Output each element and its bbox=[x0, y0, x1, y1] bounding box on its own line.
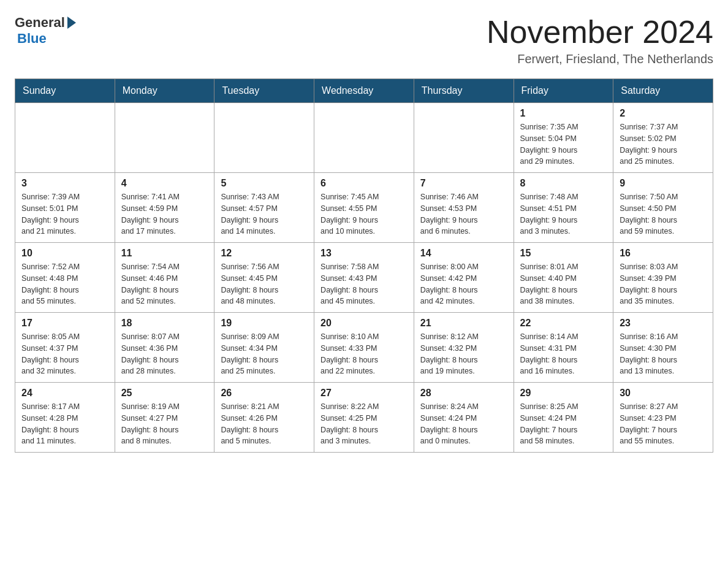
day-info: Sunrise: 7:39 AM Sunset: 5:01 PM Dayligh… bbox=[21, 191, 108, 237]
day-info: Sunrise: 8:03 AM Sunset: 4:39 PM Dayligh… bbox=[620, 261, 707, 307]
calendar-cell: 13Sunrise: 7:58 AM Sunset: 4:43 PM Dayli… bbox=[314, 243, 414, 313]
calendar-cell: 16Sunrise: 8:03 AM Sunset: 4:39 PM Dayli… bbox=[613, 243, 713, 313]
day-info: Sunrise: 7:45 AM Sunset: 4:55 PM Dayligh… bbox=[320, 191, 408, 237]
day-number: 20 bbox=[320, 318, 408, 329]
calendar-day-header: Tuesday bbox=[214, 79, 314, 103]
calendar-cell bbox=[314, 103, 414, 173]
day-info: Sunrise: 7:35 AM Sunset: 5:04 PM Dayligh… bbox=[520, 121, 607, 167]
day-number: 2 bbox=[620, 108, 707, 119]
day-info: Sunrise: 8:05 AM Sunset: 4:37 PM Dayligh… bbox=[21, 331, 108, 377]
calendar-cell: 21Sunrise: 8:12 AM Sunset: 4:32 PM Dayli… bbox=[414, 313, 514, 383]
day-number: 12 bbox=[221, 248, 308, 259]
day-number: 18 bbox=[121, 318, 208, 329]
calendar-cell: 6Sunrise: 7:45 AM Sunset: 4:55 PM Daylig… bbox=[314, 173, 414, 243]
calendar-cell: 23Sunrise: 8:16 AM Sunset: 4:30 PM Dayli… bbox=[613, 313, 713, 383]
calendar-day-header: Thursday bbox=[414, 79, 514, 103]
calendar-cell bbox=[15, 103, 115, 173]
calendar-cell: 10Sunrise: 7:52 AM Sunset: 4:48 PM Dayli… bbox=[15, 243, 115, 313]
logo: General Blue bbox=[15, 15, 76, 47]
day-info: Sunrise: 8:14 AM Sunset: 4:31 PM Dayligh… bbox=[520, 331, 607, 377]
logo-arrow-icon bbox=[67, 17, 76, 29]
calendar-week-row: 10Sunrise: 7:52 AM Sunset: 4:48 PM Dayli… bbox=[15, 243, 713, 313]
day-info: Sunrise: 8:27 AM Sunset: 4:23 PM Dayligh… bbox=[620, 401, 707, 447]
day-info: Sunrise: 8:19 AM Sunset: 4:27 PM Dayligh… bbox=[121, 401, 208, 447]
day-info: Sunrise: 8:00 AM Sunset: 4:42 PM Dayligh… bbox=[420, 261, 507, 307]
day-info: Sunrise: 7:52 AM Sunset: 4:48 PM Dayligh… bbox=[21, 261, 108, 307]
calendar-cell: 28Sunrise: 8:24 AM Sunset: 4:24 PM Dayli… bbox=[414, 383, 514, 453]
calendar-day-header: Friday bbox=[514, 79, 613, 103]
location-text: Ferwert, Friesland, The Netherlands bbox=[487, 52, 713, 66]
day-info: Sunrise: 8:25 AM Sunset: 4:24 PM Dayligh… bbox=[520, 401, 607, 447]
calendar-cell: 17Sunrise: 8:05 AM Sunset: 4:37 PM Dayli… bbox=[15, 313, 115, 383]
calendar-cell: 2Sunrise: 7:37 AM Sunset: 5:02 PM Daylig… bbox=[613, 103, 713, 173]
day-number: 6 bbox=[320, 178, 408, 189]
calendar-cell: 29Sunrise: 8:25 AM Sunset: 4:24 PM Dayli… bbox=[514, 383, 613, 453]
logo-general-text: General bbox=[15, 15, 65, 31]
calendar-cell bbox=[115, 103, 214, 173]
day-number: 11 bbox=[121, 248, 208, 259]
calendar-week-row: 3Sunrise: 7:39 AM Sunset: 5:01 PM Daylig… bbox=[15, 173, 713, 243]
calendar-cell: 20Sunrise: 8:10 AM Sunset: 4:33 PM Dayli… bbox=[314, 313, 414, 383]
calendar-cell bbox=[414, 103, 514, 173]
day-info: Sunrise: 7:56 AM Sunset: 4:45 PM Dayligh… bbox=[221, 261, 308, 307]
day-number: 7 bbox=[420, 178, 507, 189]
calendar-cell: 22Sunrise: 8:14 AM Sunset: 4:31 PM Dayli… bbox=[514, 313, 613, 383]
calendar-cell: 4Sunrise: 7:41 AM Sunset: 4:59 PM Daylig… bbox=[115, 173, 214, 243]
calendar-cell: 18Sunrise: 8:07 AM Sunset: 4:36 PM Dayli… bbox=[115, 313, 214, 383]
calendar-day-header: Wednesday bbox=[314, 79, 414, 103]
day-number: 3 bbox=[21, 178, 108, 189]
calendar-cell: 19Sunrise: 8:09 AM Sunset: 4:34 PM Dayli… bbox=[214, 313, 314, 383]
day-number: 17 bbox=[21, 318, 108, 329]
day-number: 8 bbox=[520, 178, 607, 189]
day-number: 27 bbox=[320, 388, 408, 399]
day-number: 5 bbox=[221, 178, 308, 189]
calendar-day-header: Saturday bbox=[613, 79, 713, 103]
calendar-cell: 7Sunrise: 7:46 AM Sunset: 4:53 PM Daylig… bbox=[414, 173, 514, 243]
day-number: 19 bbox=[221, 318, 308, 329]
day-number: 1 bbox=[520, 108, 607, 119]
calendar-cell: 9Sunrise: 7:50 AM Sunset: 4:50 PM Daylig… bbox=[613, 173, 713, 243]
day-info: Sunrise: 8:24 AM Sunset: 4:24 PM Dayligh… bbox=[420, 401, 507, 447]
day-info: Sunrise: 8:07 AM Sunset: 4:36 PM Dayligh… bbox=[121, 331, 208, 377]
day-number: 29 bbox=[520, 388, 607, 399]
day-info: Sunrise: 8:01 AM Sunset: 4:40 PM Dayligh… bbox=[520, 261, 607, 307]
calendar-cell: 26Sunrise: 8:21 AM Sunset: 4:26 PM Dayli… bbox=[214, 383, 314, 453]
day-info: Sunrise: 7:58 AM Sunset: 4:43 PM Dayligh… bbox=[320, 261, 408, 307]
month-title: November 2024 bbox=[487, 15, 713, 50]
calendar-cell: 30Sunrise: 8:27 AM Sunset: 4:23 PM Dayli… bbox=[613, 383, 713, 453]
calendar-header-row: SundayMondayTuesdayWednesdayThursdayFrid… bbox=[15, 79, 713, 103]
day-info: Sunrise: 8:09 AM Sunset: 4:34 PM Dayligh… bbox=[221, 331, 308, 377]
day-info: Sunrise: 8:16 AM Sunset: 4:30 PM Dayligh… bbox=[620, 331, 707, 377]
day-info: Sunrise: 8:12 AM Sunset: 4:32 PM Dayligh… bbox=[420, 331, 507, 377]
day-number: 13 bbox=[320, 248, 408, 259]
day-number: 25 bbox=[121, 388, 208, 399]
logo-blue-text: Blue bbox=[17, 31, 47, 47]
day-number: 15 bbox=[520, 248, 607, 259]
day-number: 9 bbox=[620, 178, 707, 189]
calendar-day-header: Sunday bbox=[15, 79, 115, 103]
day-number: 26 bbox=[221, 388, 308, 399]
calendar-cell: 5Sunrise: 7:43 AM Sunset: 4:57 PM Daylig… bbox=[214, 173, 314, 243]
calendar-day-header: Monday bbox=[115, 79, 214, 103]
calendar-cell: 24Sunrise: 8:17 AM Sunset: 4:28 PM Dayli… bbox=[15, 383, 115, 453]
day-info: Sunrise: 7:48 AM Sunset: 4:51 PM Dayligh… bbox=[520, 191, 607, 237]
page-header: General Blue November 2024 Ferwert, Frie… bbox=[15, 15, 713, 66]
calendar-cell: 25Sunrise: 8:19 AM Sunset: 4:27 PM Dayli… bbox=[115, 383, 214, 453]
calendar-cell: 15Sunrise: 8:01 AM Sunset: 4:40 PM Dayli… bbox=[514, 243, 613, 313]
day-number: 21 bbox=[420, 318, 507, 329]
calendar-cell: 1Sunrise: 7:35 AM Sunset: 5:04 PM Daylig… bbox=[514, 103, 613, 173]
calendar-cell: 8Sunrise: 7:48 AM Sunset: 4:51 PM Daylig… bbox=[514, 173, 613, 243]
day-number: 28 bbox=[420, 388, 507, 399]
calendar-cell bbox=[214, 103, 314, 173]
calendar-week-row: 1Sunrise: 7:35 AM Sunset: 5:04 PM Daylig… bbox=[15, 103, 713, 173]
title-section: November 2024 Ferwert, Friesland, The Ne… bbox=[487, 15, 713, 66]
day-info: Sunrise: 7:37 AM Sunset: 5:02 PM Dayligh… bbox=[620, 121, 707, 167]
day-number: 16 bbox=[620, 248, 707, 259]
day-info: Sunrise: 7:41 AM Sunset: 4:59 PM Dayligh… bbox=[121, 191, 208, 237]
day-info: Sunrise: 8:21 AM Sunset: 4:26 PM Dayligh… bbox=[221, 401, 308, 447]
day-info: Sunrise: 8:10 AM Sunset: 4:33 PM Dayligh… bbox=[320, 331, 408, 377]
calendar-cell: 27Sunrise: 8:22 AM Sunset: 4:25 PM Dayli… bbox=[314, 383, 414, 453]
day-number: 4 bbox=[121, 178, 208, 189]
day-info: Sunrise: 8:17 AM Sunset: 4:28 PM Dayligh… bbox=[21, 401, 108, 447]
calendar-cell: 3Sunrise: 7:39 AM Sunset: 5:01 PM Daylig… bbox=[15, 173, 115, 243]
